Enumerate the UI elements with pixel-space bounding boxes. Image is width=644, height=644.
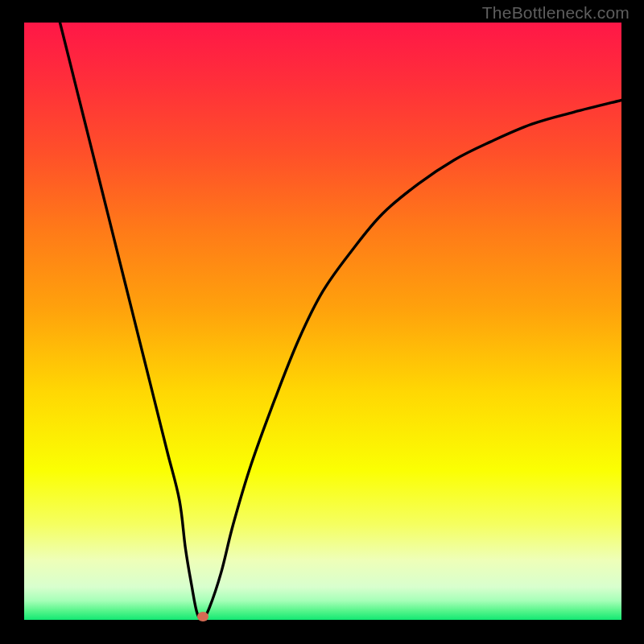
bottleneck-curve xyxy=(24,23,621,620)
optimal-point-marker xyxy=(197,612,208,621)
chart-frame xyxy=(24,23,621,620)
watermark-text: TheBottleneck.com xyxy=(482,3,630,23)
